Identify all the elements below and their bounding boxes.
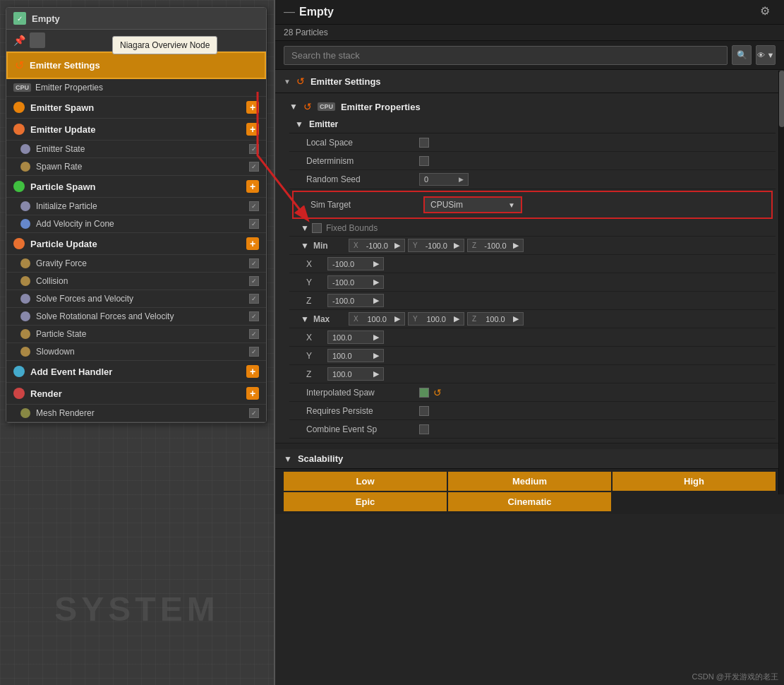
interpolated-spawn-label: Interpolated Spaw bbox=[306, 388, 419, 398]
solve-rotational-item[interactable]: Solve Rotational Forces and Velocity ✓ bbox=[6, 308, 266, 326]
collision-check[interactable]: ✓ bbox=[249, 276, 259, 286]
max-x-value: 100.0 bbox=[367, 315, 387, 323]
min-z-row: Z -100.0 ▶ bbox=[289, 292, 776, 310]
emitter-settings-row[interactable]: ↺ Emitter Settings bbox=[6, 52, 266, 79]
fixed-bounds-checkbox[interactable] bbox=[312, 223, 322, 233]
random-seed-field[interactable]: 0 ▶ bbox=[419, 173, 469, 186]
event-handler-header[interactable]: Add Event Handler + bbox=[6, 361, 266, 383]
emitter-state-icon bbox=[20, 144, 30, 154]
min-y-field[interactable]: Y -100.0 ▶ bbox=[408, 239, 464, 252]
emitter-update-header[interactable]: Emitter Update + bbox=[6, 119, 266, 141]
gravity-check[interactable]: ✓ bbox=[249, 258, 259, 268]
interpolated-spawn-checkbox[interactable] bbox=[419, 388, 429, 398]
render-header[interactable]: Render + bbox=[6, 383, 266, 405]
mesh-renderer-check[interactable]: ✓ bbox=[249, 408, 259, 418]
particle-update-label: Particle Update bbox=[30, 239, 246, 249]
spawn-rate-check[interactable]: ✓ bbox=[249, 162, 259, 172]
num-field-arrow: ▶ bbox=[459, 176, 464, 183]
max-z-field[interactable]: Z 100.0 ▶ bbox=[467, 312, 524, 326]
solve-rotational-label: Solve Rotational Forces and Velocity bbox=[36, 311, 249, 321]
velocity-cone-check[interactable]: ✓ bbox=[249, 219, 259, 229]
min-x-field[interactable]: X -100.0 ▶ bbox=[349, 239, 405, 252]
scalability-low[interactable]: Low bbox=[284, 472, 447, 491]
combine-event-checkbox[interactable] bbox=[419, 424, 429, 434]
initialize-particle-item[interactable]: Initialize Particle ✓ bbox=[6, 198, 266, 215]
properties-panel: ▼ ↺ Emitter Settings ▼ ↺ CPU Emitter Pro… bbox=[275, 70, 784, 685]
sim-target-dropdown[interactable]: CPUSim ▼ bbox=[423, 196, 522, 213]
node-header: ✓ Empty Niagara Overview Node bbox=[6, 8, 266, 30]
event-handler-add-button[interactable]: + bbox=[246, 365, 259, 378]
particle-update-add-button[interactable]: + bbox=[246, 237, 259, 250]
max-z-sub-field[interactable]: 100.0 ▶ bbox=[327, 367, 384, 381]
emitter-spawn-icon bbox=[13, 102, 25, 113]
pin-icon[interactable]: 📌 bbox=[13, 35, 25, 46]
settings-gear-icon[interactable]: ⚙ bbox=[760, 4, 776, 20]
particle-update-header[interactable]: Particle Update + bbox=[6, 233, 266, 255]
right-top-bar: — Empty ⚙ bbox=[275, 0, 784, 25]
particle-spawn-header[interactable]: Particle Spawn + bbox=[6, 176, 266, 198]
determinism-checkbox[interactable] bbox=[419, 156, 429, 166]
fixed-bounds-label: Fixed Bounds bbox=[326, 223, 378, 233]
emitter-settings-section[interactable]: ▼ ↺ Emitter Settings bbox=[275, 70, 784, 93]
min-label: Min bbox=[313, 241, 349, 251]
event-handler-label: Add Event Handler bbox=[30, 367, 246, 377]
min-y-sub-field[interactable]: -100.0 ▶ bbox=[327, 275, 384, 289]
particle-state-item[interactable]: Particle State ✓ bbox=[6, 326, 266, 343]
solve-forces-item[interactable]: Solve Forces and Velocity ✓ bbox=[6, 290, 266, 308]
max-x-field[interactable]: X 100.0 ▶ bbox=[349, 312, 405, 326]
interpolated-reset-icon[interactable]: ↺ bbox=[433, 387, 442, 398]
tooltip-box: Niagara Overview Node bbox=[112, 36, 217, 54]
scalability-high[interactable]: High bbox=[613, 472, 776, 491]
emitter-spawn-header[interactable]: Emitter Spawn + bbox=[6, 97, 266, 119]
add-velocity-cone-item[interactable]: Add Velocity in Cone ✓ bbox=[6, 215, 266, 233]
local-space-row: Local Space bbox=[289, 133, 776, 152]
scrollbar-thumb[interactable] bbox=[779, 71, 784, 127]
search-input[interactable] bbox=[284, 46, 728, 65]
min-z-field[interactable]: Z -100.0 ▶ bbox=[467, 239, 524, 252]
emitter-spawn-add-button[interactable]: + bbox=[246, 101, 259, 114]
min-row: ▼ Min X -100.0 ▶ Y -100.0 ▶ bbox=[289, 237, 776, 255]
particle-spawn-add-button[interactable]: + bbox=[246, 180, 259, 193]
min-y-sub-value: -100.0 bbox=[332, 278, 354, 287]
scalability-header[interactable]: ▼ Scalability bbox=[275, 449, 784, 469]
particle-state-check[interactable]: ✓ bbox=[249, 329, 259, 339]
emitter-state-item[interactable]: Emitter State ✓ bbox=[6, 141, 266, 158]
slowdown-check[interactable]: ✓ bbox=[249, 347, 259, 357]
collision-item[interactable]: Collision ✓ bbox=[6, 273, 266, 290]
max-x-sub-field[interactable]: 100.0 ▶ bbox=[327, 330, 384, 344]
emitter-properties-item[interactable]: CPU Emitter Properties bbox=[6, 79, 266, 97]
scalability-epic[interactable]: Epic bbox=[284, 492, 447, 511]
min-z-sub-field[interactable]: -100.0 ▶ bbox=[327, 294, 384, 307]
scalability-section: ▼ Scalability Low Medium High Epic Cinem… bbox=[275, 449, 784, 514]
search-button[interactable]: 🔍 bbox=[732, 45, 752, 65]
emitter-properties-header[interactable]: ▼ ↺ CPU Emitter Properties bbox=[289, 97, 776, 116]
event-handler-icon bbox=[13, 366, 25, 377]
max-y-field[interactable]: Y 100.0 ▶ bbox=[408, 312, 464, 326]
scalability-cinematic[interactable]: Cinematic bbox=[448, 492, 611, 511]
spawn-rate-item[interactable]: Spawn Rate ✓ bbox=[6, 158, 266, 176]
min-x-sub-field[interactable]: -100.0 ▶ bbox=[327, 257, 384, 270]
emitter-update-label: Emitter Update bbox=[30, 124, 246, 135]
solve-rotational-check[interactable]: ✓ bbox=[249, 311, 259, 321]
eye-button[interactable]: 👁 ▼ bbox=[756, 45, 776, 65]
particle-update-icon bbox=[13, 238, 25, 249]
node-title: Empty bbox=[32, 13, 60, 24]
max-triangle: ▼ bbox=[301, 314, 309, 324]
emitter-update-add-button[interactable]: + bbox=[246, 123, 259, 136]
local-space-label: Local Space bbox=[306, 138, 419, 148]
scalability-medium[interactable]: Medium bbox=[448, 472, 611, 491]
particle-state-label: Particle State bbox=[36, 329, 249, 339]
max-y-sub-field[interactable]: 100.0 ▶ bbox=[327, 349, 384, 362]
emitter-state-check[interactable]: ✓ bbox=[249, 144, 259, 154]
render-add-button[interactable]: + bbox=[246, 387, 259, 400]
mesh-renderer-item[interactable]: Mesh Renderer ✓ bbox=[6, 405, 266, 422]
emitter-settings-icon: ↺ bbox=[15, 59, 24, 72]
init-particle-label: Initialize Particle bbox=[36, 201, 249, 211]
init-particle-check[interactable]: ✓ bbox=[249, 201, 259, 211]
gravity-force-item[interactable]: Gravity Force ✓ bbox=[6, 255, 266, 273]
requires-persistent-checkbox[interactable] bbox=[419, 406, 429, 416]
slowdown-item[interactable]: Slowdown ✓ bbox=[6, 343, 266, 361]
local-space-checkbox[interactable] bbox=[419, 138, 429, 148]
max-row: ▼ Max X 100.0 ▶ Y 100.0 ▶ bbox=[289, 310, 776, 328]
solve-forces-check[interactable]: ✓ bbox=[249, 294, 259, 304]
